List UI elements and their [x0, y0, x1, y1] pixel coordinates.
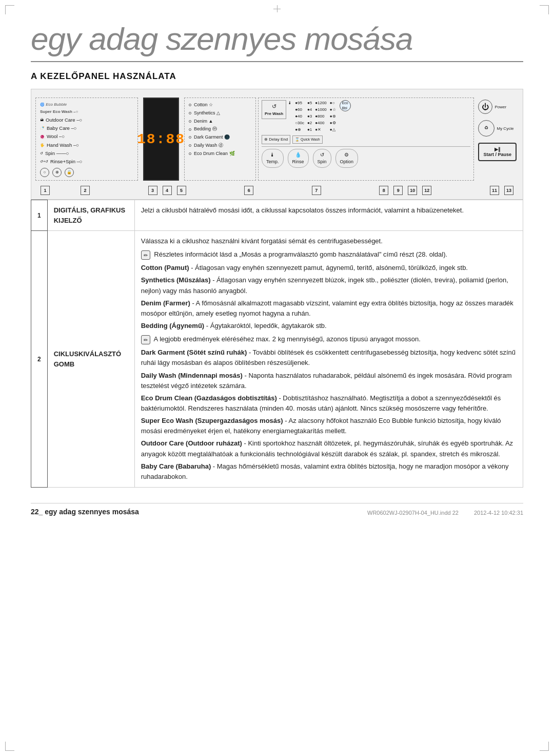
- panel-mid-programs: Cotton ☆ Synthetics △ Denim ▲ Bedding ⓜ …: [184, 98, 256, 181]
- corner-tr: [540, 5, 549, 14]
- daily-wash-prog: Daily Wash ⓓ: [189, 142, 251, 150]
- num-3: 3: [148, 186, 157, 195]
- spin-button[interactable]: ↺ Spin: [313, 149, 331, 168]
- page-title: egy adag szennyes mosása: [31, 21, 523, 62]
- file-info: WR0602WJ-02907H-04_HU.indd 22: [367, 510, 459, 516]
- choose-pattern-text: Válassza ki a ciklushoz használni kívánt…: [141, 236, 517, 246]
- dial-icon-3[interactable]: 🔒: [65, 168, 74, 177]
- note-1: ✏ Részletes információt lásd a „Mosás a …: [141, 249, 517, 260]
- wool-row: 🧶 Wool –○: [40, 132, 133, 141]
- desc-num-1: 1: [31, 200, 48, 231]
- page-footer: 22_ egy adag szennyes mosása WR0602WJ-02…: [31, 503, 523, 516]
- panel-settings: ↺ Pre Wash 🌡 ●95 ●5 ●1200 ●○ ●60 ●4 ●100…: [258, 98, 474, 181]
- rinse-spin-row: ↺+↺ Rinse+Spin –○: [40, 158, 133, 166]
- num-11: 11: [490, 186, 499, 195]
- desc-label-2: CIKLUSKIVÁLASZTÓ GOMB: [47, 231, 134, 488]
- rinse-button[interactable]: 💧 Rinse: [288, 149, 309, 168]
- description-table: 1 DIGITÁLIS, GRAFIKUS KIJELZŐ Jelzi a ci…: [31, 200, 523, 488]
- eco-drum-prog: Eco Drum Clean 🌿: [189, 150, 251, 158]
- dark-garment-desc: Dark Garment (Sötét színű ruhák) - Továb…: [141, 347, 517, 368]
- temp-col-header: 🌡: [288, 100, 292, 106]
- eco-bubble-label: 🌀 Eco Bubble Super Eco Wash –○: [40, 101, 133, 115]
- control-panel-diagram: 🌀 Eco Bubble Super Eco Wash –○ 🏔 Outdoor…: [31, 89, 523, 200]
- synthetics-prog: Synthetics △: [189, 109, 251, 118]
- num-2: 2: [81, 186, 90, 195]
- quick-wash-button[interactable]: ⌛ Quick Wash: [292, 135, 322, 144]
- corner-tl: [5, 5, 14, 14]
- num-8: 8: [379, 186, 388, 195]
- denim-desc: Denim (Farmer) - A főmosásnál alkalmazot…: [141, 298, 517, 319]
- pre-wash-button[interactable]: ↺ Pre Wash: [262, 100, 286, 119]
- section-heading: A KEZELŐPANEL HASZNÁLATA: [31, 71, 523, 82]
- cross-mark-top: [273, 5, 281, 12]
- wash-col-header: ●95: [295, 100, 304, 106]
- corner-br: [540, 742, 549, 751]
- note-2: ✏ A legjobb eredmények eléréséhez max. 2…: [141, 334, 517, 344]
- num-12: 12: [422, 186, 431, 195]
- num-5: 5: [177, 186, 186, 195]
- power-button[interactable]: ⏻: [478, 100, 492, 114]
- spin-col-header: ●5: [307, 100, 312, 106]
- rpm-col-header: ●1200: [315, 100, 327, 106]
- bedding-desc: Bedding (Ágynemű) - Ágytakaróktól, leped…: [141, 321, 517, 331]
- dial-icon-2[interactable]: ⊕: [52, 168, 62, 177]
- option-button[interactable]: ⚙ Option: [335, 149, 359, 168]
- denim-prog: Denim ▲: [189, 118, 251, 126]
- eco-bubble-display: EcoBbl: [340, 100, 351, 111]
- my-cycle-button[interactable]: ♻: [478, 120, 494, 137]
- cotton-prog: Cotton ☆: [189, 101, 251, 109]
- delay-end-button[interactable]: ⊕ Delay End: [262, 135, 290, 144]
- baby-care-desc: Baby Care (Babaruha) - Magas hőmérséklet…: [141, 461, 517, 482]
- note-icon-2: ✏: [141, 335, 150, 344]
- desc-num-2: 2: [31, 231, 48, 488]
- super-eco-wash-desc: Super Eco Wash (Szupergazdaságos mosás) …: [141, 416, 517, 436]
- number-labels-row: 1 2 3 4 5 6 7 8 9 10 12 11 13: [35, 183, 519, 195]
- dial-icon-1[interactable]: ○: [40, 168, 49, 177]
- bedding-prog: Bedding ⓜ: [189, 125, 251, 133]
- note-icon-1: ✏: [141, 250, 150, 260]
- power-label: Power: [494, 105, 506, 109]
- my-cycle-label: My Cycle: [497, 126, 513, 131]
- digital-display: 18:88: [143, 98, 179, 181]
- date-info: 2012-4-12 10:42:31: [474, 510, 523, 516]
- daily-wash-desc: Daily Wash (Mindennapi mosás) - Naponta …: [141, 371, 517, 391]
- hand-wash-row: 🖐 Hand Wash –○: [40, 141, 133, 149]
- spin-row: ↺ Spin ——○: [40, 149, 133, 158]
- desc-row-1: 1 DIGITÁLIS, GRAFIKUS KIJELZŐ Jelzi a ci…: [31, 200, 523, 231]
- temp-button[interactable]: 🌡 Temp.: [262, 149, 284, 168]
- baby-care-row: 🍼 Baby Care –○: [40, 124, 133, 132]
- eco-col-header: ●○: [330, 100, 336, 106]
- page-number: 22_ egy adag szennyes mosása: [31, 508, 139, 516]
- dark-garment-prog: Dark Garment 🌑: [189, 133, 251, 142]
- num-1: 1: [41, 186, 50, 195]
- desc-content-1: Jelzi a ciklusból hátralévő mosási időt,…: [134, 200, 523, 231]
- synthetics-desc: Synthetics (Műszálas) - Átlagosan vagy e…: [141, 275, 517, 296]
- num-4: 4: [163, 186, 172, 195]
- num-6: 6: [244, 186, 253, 195]
- outdoor-care-row: 🏔 Outdoor Care –○: [40, 116, 133, 124]
- panel-right-controls: ⏻ Power ♻ My Cycle ▶‖Start / Pause: [476, 98, 519, 181]
- desc-label-1: DIGITÁLIS, GRAFIKUS KIJELZŐ: [47, 200, 134, 231]
- num-13: 13: [504, 186, 513, 195]
- eco-drum-desc: Eco Drum Clean (Gazdaságos dobtisztítás)…: [141, 393, 517, 414]
- cotton-desc: Cotton (Pamut) - Átlagosan vagy enyhén s…: [141, 263, 517, 273]
- num-10: 10: [408, 186, 417, 195]
- num-7: 7: [312, 186, 321, 195]
- desc-row-2: 2 CIKLUSKIVÁLASZTÓ GOMB Válassza ki a ci…: [31, 231, 523, 488]
- desc-content-2: Válassza ki a ciklushoz használni kívánt…: [134, 231, 523, 488]
- panel-left-programs: 🌀 Eco Bubble Super Eco Wash –○ 🏔 Outdoor…: [35, 98, 138, 181]
- num-9: 9: [393, 186, 403, 195]
- corner-bl: [5, 742, 14, 751]
- start-pause-button[interactable]: ▶‖Start / Pause: [478, 143, 517, 161]
- outdoor-care-desc: Outdoor Care (Outdoor ruházat) - Kinti s…: [141, 438, 517, 459]
